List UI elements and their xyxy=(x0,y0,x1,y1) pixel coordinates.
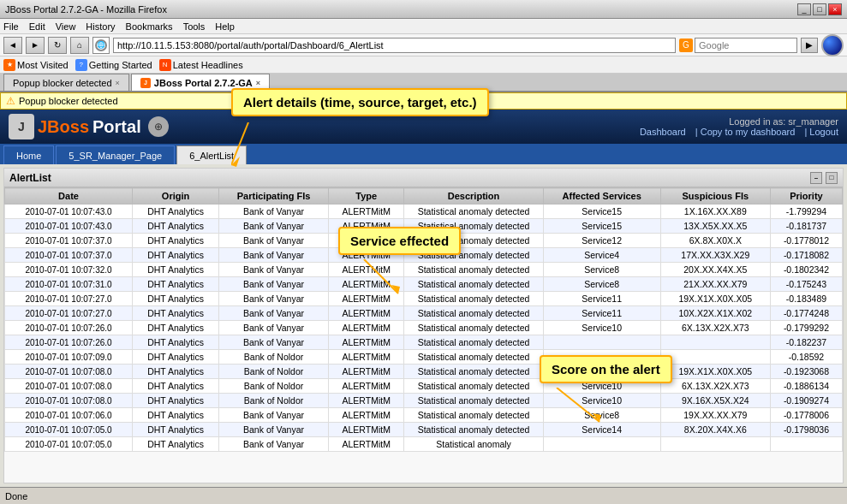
cell-suspicious: 1X.16X.XX.X89 xyxy=(660,205,770,219)
cell-date: 2010-07-01 10:07:43.0 xyxy=(5,219,133,234)
search-input[interactable] xyxy=(695,38,797,53)
menu-tools[interactable]: Tools xyxy=(183,21,206,32)
search-go-button[interactable]: ▶ xyxy=(801,38,818,53)
cell-suspicious: 21X.XX.XX.X79 xyxy=(660,277,770,292)
menu-bar: File Edit View History Bookmarks Tools H… xyxy=(0,19,847,34)
table-header: Date Origin Participating FIs Type Descr… xyxy=(5,188,843,205)
table-row[interactable]: 2010-07-01 10:07:08.0DHT AnalyticsBank o… xyxy=(5,394,843,408)
cell-origin: DHT Analytics xyxy=(133,437,219,452)
cell-affected: Service11 xyxy=(543,306,660,321)
table-row[interactable]: 2010-07-01 10:07:08.0DHT AnalyticsBank o… xyxy=(5,365,843,379)
cell-date: 2010-07-01 10:07:31.0 xyxy=(5,277,133,292)
getting-started-icon: ? xyxy=(75,59,87,71)
cell-description: Statistical anomaly detected xyxy=(404,205,543,219)
back-button[interactable]: ◄ xyxy=(3,37,22,54)
callout-arrow-2 xyxy=(355,259,424,302)
table-row[interactable]: 2010-07-01 10:07:43.0DHT AnalyticsBank o… xyxy=(5,205,843,219)
cell-affected: Service12 xyxy=(543,234,660,248)
title-bar-buttons[interactable]: _ □ × xyxy=(797,3,842,15)
status-bar: Done xyxy=(0,487,847,504)
home-button[interactable]: ⌂ xyxy=(70,37,89,54)
browser-tab-popup[interactable]: Popup blocker detected × xyxy=(3,74,129,91)
cell-affected xyxy=(543,437,660,452)
callout-alert-details-box: Alert details (time, source, target, etc… xyxy=(231,88,489,116)
cell-origin: DHT Analytics xyxy=(133,263,219,277)
forward-button[interactable]: ► xyxy=(26,37,45,54)
nav-tab-home[interactable]: Home xyxy=(3,145,54,164)
cell-priority: -0.1718082 xyxy=(770,248,842,263)
menu-file[interactable]: File xyxy=(3,21,19,32)
reload-button[interactable]: ↻ xyxy=(48,37,67,54)
cell-priority: -0.1798036 xyxy=(770,423,842,437)
table-row[interactable]: 2010-07-01 10:07:26.0DHT AnalyticsBank o… xyxy=(5,335,843,350)
cell-date: 2010-07-01 10:07:08.0 xyxy=(5,379,133,394)
callout-alert-details: Alert details (time, source, target, etc… xyxy=(231,88,489,116)
cell-suspicious: 6X.8X.X0X.X xyxy=(660,234,770,248)
cell-suspicious xyxy=(660,335,770,350)
menu-view[interactable]: View xyxy=(56,21,76,32)
tab-close-jboss[interactable]: × xyxy=(256,79,260,87)
bookmark-getting-started[interactable]: ? Getting Started xyxy=(75,59,152,71)
panel-minimize-button[interactable]: – xyxy=(810,172,822,184)
table-row[interactable]: 2010-07-01 10:07:08.0DHT AnalyticsBank o… xyxy=(5,379,843,394)
cell-affected: Service10 xyxy=(543,321,660,335)
cell-origin: DHT Analytics xyxy=(133,219,219,234)
cell-date: 2010-07-01 10:07:05.0 xyxy=(5,437,133,452)
cell-affected: Service8 xyxy=(543,277,660,292)
cell-participating: Bank of Vanyar xyxy=(219,292,329,306)
menu-edit[interactable]: Edit xyxy=(29,21,45,32)
table-row[interactable]: 2010-07-01 10:07:26.0DHT AnalyticsBank o… xyxy=(5,321,843,335)
main-content: AlertList – □ Date Origin Participating … xyxy=(0,164,847,487)
bookmarks-bar: ★ Most Visited ? Getting Started N Lates… xyxy=(0,56,847,74)
menu-history[interactable]: History xyxy=(86,21,115,32)
table-row[interactable]: 2010-07-01 10:07:06.0DHT AnalyticsBank o… xyxy=(5,408,843,423)
tab-close-popup[interactable]: × xyxy=(116,79,120,87)
cell-date: 2010-07-01 10:07:26.0 xyxy=(5,335,133,350)
popup-icon: ⚠ xyxy=(6,95,15,107)
cell-date: 2010-07-01 10:07:06.0 xyxy=(5,408,133,423)
panel-controls[interactable]: – □ xyxy=(810,172,838,184)
cell-priority: -0.183489 xyxy=(770,292,842,306)
cell-date: 2010-07-01 10:07:32.0 xyxy=(5,263,133,277)
nav-tab-sr-manager[interactable]: 5_SR_Manager_Page xyxy=(56,145,175,164)
col-date: Date xyxy=(5,188,133,205)
maximize-button[interactable]: □ xyxy=(813,3,826,15)
title-bar: JBoss Portal 2.7.2-GA - Mozilla Firefox … xyxy=(0,0,847,19)
cell-suspicious: 20X.XX.X4X.X5 xyxy=(660,263,770,277)
cell-date: 2010-07-01 10:07:37.0 xyxy=(5,248,133,263)
col-participating: Participating FIs xyxy=(219,188,329,205)
cell-affected: Service11 xyxy=(543,292,660,306)
cell-participating: Bank of Vanyar xyxy=(219,306,329,321)
bookmark-most-visited[interactable]: ★ Most Visited xyxy=(3,59,69,71)
table-row[interactable]: 2010-07-01 10:07:05.0DHT AnalyticsBank o… xyxy=(5,423,843,437)
menu-bookmarks[interactable]: Bookmarks xyxy=(126,21,173,32)
minimize-button[interactable]: _ xyxy=(797,3,811,15)
table-row[interactable]: 2010-07-01 10:07:27.0DHT AnalyticsBank o… xyxy=(5,306,843,321)
address-input[interactable] xyxy=(113,38,676,53)
panel-restore-button[interactable]: □ xyxy=(826,172,838,184)
menu-help[interactable]: Help xyxy=(215,21,235,32)
cell-participating: Bank of Vanyar xyxy=(219,408,329,423)
bookmark-latest-headlines[interactable]: N Latest Headlines xyxy=(159,59,243,71)
logout-link[interactable]: | Logout xyxy=(804,127,838,137)
cell-priority: -0.1778006 xyxy=(770,408,842,423)
callout-score-box: Score on the alert xyxy=(540,355,672,383)
close-button[interactable]: × xyxy=(828,3,842,15)
callout-service-effected-box: Service effected xyxy=(338,227,461,255)
cell-suspicious: 8X.20X.X4X.X6 xyxy=(660,423,770,437)
table-row[interactable]: 2010-07-01 10:07:05.0DHT AnalyticsBank o… xyxy=(5,437,843,452)
portal-logo: J JBoss Portal ⊕ xyxy=(9,114,169,139)
callout-arrow-3 xyxy=(548,388,617,430)
cell-suspicious xyxy=(660,437,770,452)
cell-origin: DHT Analytics xyxy=(133,394,219,408)
cell-type: ALERTMitM xyxy=(328,379,403,394)
cell-priority: -0.1774248 xyxy=(770,306,842,321)
table-row[interactable]: 2010-07-01 10:07:09.0DHT AnalyticsBank o… xyxy=(5,350,843,365)
dashboard-link[interactable]: Dashboard xyxy=(640,127,686,137)
cell-origin: DHT Analytics xyxy=(133,248,219,263)
cell-description: Statistical anomaly detected xyxy=(404,394,543,408)
cell-priority: -0.182237 xyxy=(770,335,842,350)
copy-dashboard-link[interactable]: | Copy to my dashboard xyxy=(695,127,796,137)
cell-origin: DHT Analytics xyxy=(133,234,219,248)
col-suspicious: Suspicious FIs xyxy=(660,188,770,205)
